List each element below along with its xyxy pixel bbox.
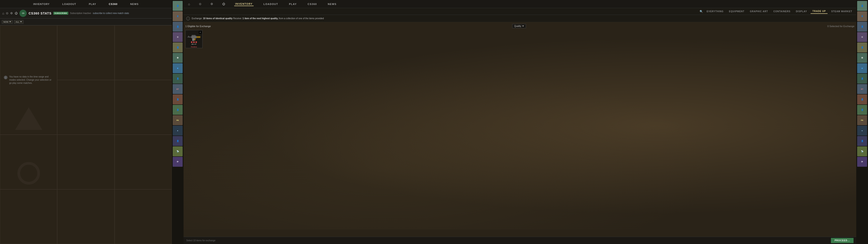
- avatar-13[interactable]: 👤: [173, 136, 183, 146]
- right-avatar-3[interactable]: ☆: [857, 32, 867, 42]
- right-avatar-9[interactable]: 👤: [857, 94, 867, 104]
- home-icon[interactable]: ⌂: [2, 11, 4, 15]
- cs360-title: CS360 STATS: [29, 11, 52, 15]
- left-panel: INVENTORY LOADOUT PLAY CS360 NEWS ⌂ ⊙ ⚙ …: [0, 0, 172, 244]
- item-quality: Redline: [191, 46, 197, 48]
- quality-dropdown[interactable]: Quality: [512, 24, 526, 28]
- right-home-icon[interactable]: ⌂: [188, 2, 190, 6]
- right-avatar-14[interactable]: 📡: [857, 146, 867, 156]
- right-panel: 👤 👤 👤 ☆ 👤 ⚙ ■ 👤 ET 👤 👤 FK ● 👤 📡 ⟳ ⌂ ⊙ ⚙ …: [172, 0, 868, 244]
- avatar-8[interactable]: ET: [173, 84, 183, 94]
- cs360-logo: CS: [20, 10, 27, 17]
- right-avatar-13[interactable]: 👤: [857, 136, 867, 146]
- tab-trade-up[interactable]: TRADE UP: [811, 9, 828, 14]
- stats-cell-8: [115, 135, 172, 189]
- right-avatar-2[interactable]: 👤: [857, 22, 867, 32]
- filter-now-dropdown[interactable]: NOW: [2, 20, 13, 24]
- right-avatar-10[interactable]: 👤: [857, 105, 867, 115]
- item-card-ak47[interactable]: AK-47 Redline ×: [185, 30, 203, 48]
- no-data-message: You have no data in the time range and m…: [9, 75, 54, 85]
- left-filters: NOW ALL: [0, 19, 172, 25]
- no-data-overlay: i You have no data in the time range and…: [4, 75, 54, 85]
- right-nav-loadout[interactable]: LOADOUT: [263, 2, 279, 6]
- right-avatar-5[interactable]: ⚙: [857, 53, 867, 63]
- proceed-button[interactable]: PROCEED...: [831, 238, 854, 243]
- avatar-4[interactable]: 👤: [173, 42, 183, 53]
- tab-graphic-art[interactable]: GRAPHIC ART: [748, 9, 770, 13]
- right-avatar-7[interactable]: 👤: [857, 74, 867, 84]
- left-nav-play[interactable]: PLAY: [87, 3, 98, 5]
- right-avatar-1[interactable]: 👤: [857, 11, 867, 21]
- search-icon[interactable]: 🔍: [700, 10, 703, 13]
- stats-grid: i You have no data in the time range and…: [0, 25, 172, 244]
- settings-icon[interactable]: ⚙: [10, 11, 13, 15]
- right-nav-inventory[interactable]: INVENTORY: [234, 2, 253, 6]
- left-nav-cs360[interactable]: CS360: [107, 3, 119, 5]
- right-avatar-11[interactable]: FK: [857, 115, 867, 125]
- trade-content: 1 Eligible for Exchange Quality 0 Select…: [184, 22, 856, 237]
- dot-1: [191, 41, 193, 43]
- stats-cell-1: i You have no data in the time range and…: [0, 25, 57, 135]
- bottom-left-text: Select 10 items for exchange: [186, 239, 215, 242]
- svg-rect-6: [187, 37, 188, 37]
- right-nav-play[interactable]: PLAY: [288, 2, 298, 6]
- svg-rect-2: [196, 36, 200, 38]
- globe-icon[interactable]: ⊙: [6, 11, 8, 15]
- right-avatar-15[interactable]: ⟳: [857, 157, 867, 167]
- inventory-header: 🔍 EVERYTHING EQUIPMENT GRAPHIC ART CONTA…: [184, 8, 856, 15]
- tab-equipment[interactable]: EQUIPMENT: [727, 9, 746, 13]
- avatar-0[interactable]: 👤: [173, 1, 183, 11]
- info-icon: i: [4, 76, 7, 79]
- avatar-14[interactable]: 📡: [173, 146, 183, 156]
- avatar-3[interactable]: ☆: [173, 32, 183, 42]
- right-power-icon[interactable]: ⏻: [222, 2, 225, 6]
- items-grid: AK-47 Redline ×: [185, 30, 855, 48]
- avatar-6[interactable]: ■: [173, 63, 183, 73]
- left-header: ⌂ ⊙ ⚙ ⏻ CS CS360 STATS SUBSCRIBE Subscri…: [0, 8, 172, 19]
- stats-cell-9: [0, 189, 57, 244]
- tab-display[interactable]: DISPLAY: [794, 9, 809, 13]
- triangle-decoration: [15, 107, 42, 130]
- right-avatar-4[interactable]: 👤: [857, 42, 867, 53]
- right-avatar-0[interactable]: 👤: [857, 1, 867, 11]
- tab-everything[interactable]: EVERYTHING: [705, 9, 725, 13]
- left-content: i You have no data in the time range and…: [0, 25, 172, 244]
- right-avatar-12[interactable]: ●: [857, 126, 867, 135]
- right-globe-icon[interactable]: ⊙: [199, 2, 202, 6]
- avatar-11[interactable]: FK: [173, 115, 183, 125]
- selected-text: 0 Selected for Exchange: [827, 25, 855, 28]
- filter-all-dropdown[interactable]: ALL: [14, 20, 24, 24]
- stats-cell-7: [57, 135, 114, 189]
- right-avatar-6[interactable]: ■: [857, 63, 867, 73]
- tab-steam-market[interactable]: STEAM MARKET: [829, 9, 854, 13]
- info-bar-text: Exchange: 10 items of identical quality …: [192, 17, 324, 20]
- avatar-10[interactable]: 👤: [173, 105, 183, 115]
- right-settings-icon[interactable]: ⚙: [211, 2, 213, 6]
- stats-cell-4: [57, 80, 114, 135]
- avatar-5[interactable]: ⚙: [173, 53, 183, 63]
- avatar-7[interactable]: 👤: [173, 74, 183, 84]
- avatar-1[interactable]: 👤: [173, 11, 183, 21]
- blurred-background: [184, 22, 856, 230]
- avatar-2[interactable]: 👤: [173, 22, 183, 32]
- power-icon[interactable]: ⏻: [15, 11, 18, 15]
- left-topbar: INVENTORY LOADOUT PLAY CS360 NEWS: [0, 0, 172, 8]
- info-bar: i Exchange: 10 items of identical qualit…: [184, 15, 856, 22]
- right-avatar-8[interactable]: ET: [857, 84, 867, 94]
- left-nav-inventory[interactable]: INVENTORY: [31, 3, 52, 5]
- subscribe-badge[interactable]: SUBSCRIBE: [53, 12, 68, 15]
- right-avatar-sidebar: 👤 👤 👤 ☆ 👤 ⚙ ■ 👤 ET 👤 👤 FK ● 👤 📡 ⟳: [856, 0, 868, 244]
- left-nav-loadout[interactable]: LOADOUT: [61, 3, 78, 5]
- tab-containers[interactable]: CONTAINERS: [772, 9, 792, 13]
- svg-rect-5: [188, 36, 189, 37]
- avatar-15[interactable]: ⟳: [173, 157, 183, 167]
- right-nav-news[interactable]: NEWS: [327, 2, 338, 6]
- right-nav-cs360[interactable]: CS360: [307, 2, 318, 6]
- left-avatar-sidebar: 👤 👤 👤 ☆ 👤 ⚙ ■ 👤 ET 👤 👤 FK ● 👤 📡 ⟳: [172, 0, 184, 244]
- avatar-12[interactable]: ●: [173, 126, 183, 135]
- left-nav-news[interactable]: NEWS: [128, 3, 141, 5]
- item-close-button[interactable]: ×: [199, 31, 202, 34]
- stats-cell-5: [115, 80, 172, 135]
- stats-cell-10: [57, 189, 114, 244]
- avatar-9[interactable]: 👤: [173, 94, 183, 104]
